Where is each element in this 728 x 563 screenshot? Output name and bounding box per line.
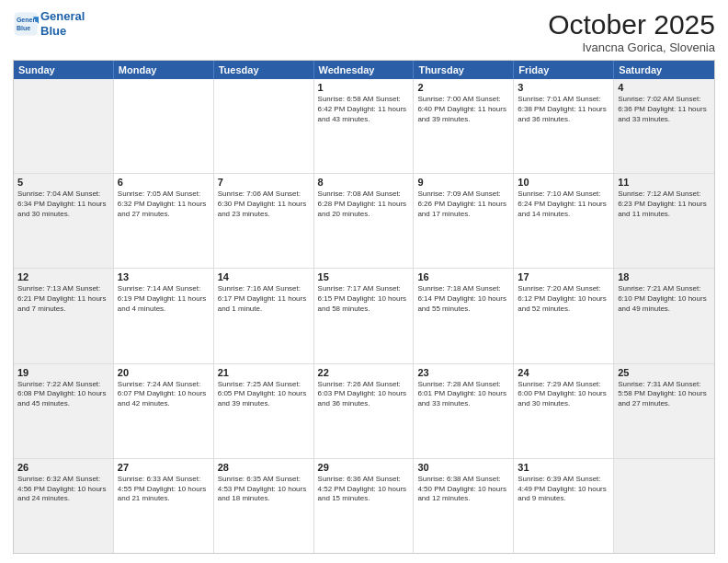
cell-day-number: 20 — [118, 367, 210, 378]
calendar-week-4: 19Sunrise: 7:22 AM Sunset: 6:08 PM Dayli… — [14, 364, 714, 459]
cell-day-number: 17 — [518, 271, 609, 282]
cell-day-number: 7 — [218, 177, 310, 188]
cell-day-number: 27 — [118, 462, 210, 473]
calendar-title: October 2025 — [548, 9, 715, 40]
header-cell-sunday: Sunday — [14, 61, 114, 79]
cell-info: Sunrise: 7:08 AM Sunset: 6:28 PM Dayligh… — [318, 190, 410, 219]
calendar-cell — [14, 79, 114, 173]
calendar-cell: 31Sunrise: 6:39 AM Sunset: 4:49 PM Dayli… — [514, 459, 614, 553]
cell-day-number: 8 — [318, 177, 410, 188]
cell-day-number: 16 — [417, 271, 509, 282]
cell-day-number: 2 — [417, 82, 509, 93]
calendar-cell: 6Sunrise: 7:05 AM Sunset: 6:32 PM Daylig… — [114, 174, 214, 268]
cell-info: Sunrise: 7:31 AM Sunset: 5:58 PM Dayligh… — [618, 380, 711, 409]
cell-day-number: 13 — [118, 271, 210, 282]
header-cell-friday: Friday — [514, 61, 614, 79]
cell-info: Sunrise: 7:00 AM Sunset: 6:40 PM Dayligh… — [417, 95, 509, 124]
calendar-cell: 15Sunrise: 7:17 AM Sunset: 6:15 PM Dayli… — [314, 269, 415, 362]
cell-day-number: 5 — [17, 177, 109, 188]
calendar-cell — [114, 79, 214, 173]
cell-info: Sunrise: 7:20 AM Sunset: 6:12 PM Dayligh… — [518, 284, 609, 314]
cell-info: Sunrise: 7:13 AM Sunset: 6:21 PM Dayligh… — [17, 284, 109, 314]
calendar-cell: 5Sunrise: 7:04 AM Sunset: 6:34 PM Daylig… — [14, 174, 114, 268]
cell-info: Sunrise: 7:17 AM Sunset: 6:15 PM Dayligh… — [318, 284, 410, 314]
calendar-subtitle: Ivancna Gorica, Slovenia — [548, 40, 715, 54]
cell-day-number: 1 — [318, 82, 410, 93]
calendar-cell: 16Sunrise: 7:18 AM Sunset: 6:14 PM Dayli… — [414, 269, 514, 362]
logo-line1: General — [40, 9, 85, 23]
header-cell-monday: Monday — [114, 61, 214, 79]
cell-info: Sunrise: 7:12 AM Sunset: 6:23 PM Dayligh… — [618, 190, 711, 219]
cell-day-number: 3 — [518, 82, 609, 93]
header-cell-thursday: Thursday — [414, 61, 514, 79]
cell-info: Sunrise: 7:14 AM Sunset: 6:19 PM Dayligh… — [118, 284, 210, 314]
logo: General Blue General Blue — [13, 9, 85, 38]
cell-info: Sunrise: 7:26 AM Sunset: 6:03 PM Dayligh… — [318, 380, 410, 409]
cell-info: Sunrise: 6:35 AM Sunset: 4:53 PM Dayligh… — [218, 475, 310, 504]
calendar-cell: 19Sunrise: 7:22 AM Sunset: 6:08 PM Dayli… — [14, 364, 114, 458]
cell-day-number: 15 — [318, 271, 410, 282]
cell-day-number: 9 — [417, 177, 509, 188]
cell-day-number: 25 — [618, 367, 711, 378]
cell-info: Sunrise: 7:22 AM Sunset: 6:08 PM Dayligh… — [17, 380, 109, 409]
calendar-cell — [614, 459, 714, 553]
calendar-cell: 20Sunrise: 7:24 AM Sunset: 6:07 PM Dayli… — [114, 364, 214, 458]
title-block: October 2025 Ivancna Gorica, Slovenia — [548, 9, 715, 54]
calendar-cell: 13Sunrise: 7:14 AM Sunset: 6:19 PM Dayli… — [114, 269, 214, 362]
cell-day-number: 11 — [618, 177, 711, 188]
cell-info: Sunrise: 6:39 AM Sunset: 4:49 PM Dayligh… — [518, 475, 609, 504]
cell-day-number: 22 — [318, 367, 410, 378]
cell-day-number: 28 — [218, 462, 310, 473]
logo-text: General Blue — [40, 9, 85, 38]
cell-day-number: 29 — [318, 462, 410, 473]
cell-info: Sunrise: 7:29 AM Sunset: 6:00 PM Dayligh… — [518, 380, 609, 409]
cell-info: Sunrise: 7:10 AM Sunset: 6:24 PM Dayligh… — [518, 190, 609, 219]
calendar-cell: 9Sunrise: 7:09 AM Sunset: 6:26 PM Daylig… — [414, 174, 514, 268]
calendar-week-1: 1Sunrise: 6:58 AM Sunset: 6:42 PM Daylig… — [14, 79, 714, 174]
calendar-cell: 11Sunrise: 7:12 AM Sunset: 6:23 PM Dayli… — [614, 174, 714, 268]
cell-day-number: 24 — [518, 367, 609, 378]
cell-day-number: 12 — [17, 271, 109, 282]
svg-text:Blue: Blue — [17, 25, 30, 31]
cell-info: Sunrise: 7:06 AM Sunset: 6:30 PM Dayligh… — [218, 190, 310, 219]
calendar-cell: 29Sunrise: 6:36 AM Sunset: 4:52 PM Dayli… — [314, 459, 415, 553]
cell-info: Sunrise: 6:36 AM Sunset: 4:52 PM Dayligh… — [318, 475, 410, 504]
calendar-week-5: 26Sunrise: 6:32 AM Sunset: 4:56 PM Dayli… — [14, 459, 714, 553]
svg-rect-0 — [15, 12, 38, 35]
cell-day-number: 18 — [618, 271, 711, 282]
calendar-cell: 3Sunrise: 7:01 AM Sunset: 6:38 PM Daylig… — [514, 79, 614, 173]
page: General Blue General Blue October 2025 I… — [0, 0, 728, 563]
cell-info: Sunrise: 7:24 AM Sunset: 6:07 PM Dayligh… — [118, 380, 210, 409]
cell-info: Sunrise: 6:33 AM Sunset: 4:55 PM Dayligh… — [118, 475, 210, 504]
calendar-cell: 14Sunrise: 7:16 AM Sunset: 6:17 PM Dayli… — [214, 269, 314, 362]
cell-day-number: 14 — [218, 271, 310, 282]
calendar-cell: 18Sunrise: 7:21 AM Sunset: 6:10 PM Dayli… — [614, 269, 714, 362]
calendar-week-3: 12Sunrise: 7:13 AM Sunset: 6:21 PM Dayli… — [14, 269, 714, 363]
cell-info: Sunrise: 7:28 AM Sunset: 6:01 PM Dayligh… — [417, 380, 509, 409]
cell-info: Sunrise: 7:05 AM Sunset: 6:32 PM Dayligh… — [118, 190, 210, 219]
calendar-cell: 2Sunrise: 7:00 AM Sunset: 6:40 PM Daylig… — [414, 79, 514, 173]
cell-day-number: 21 — [218, 367, 310, 378]
calendar-cell: 26Sunrise: 6:32 AM Sunset: 4:56 PM Dayli… — [14, 459, 114, 553]
cell-day-number: 26 — [17, 462, 109, 473]
calendar-week-2: 5Sunrise: 7:04 AM Sunset: 6:34 PM Daylig… — [14, 174, 714, 269]
calendar-cell: 23Sunrise: 7:28 AM Sunset: 6:01 PM Dayli… — [414, 364, 514, 458]
calendar-cell: 17Sunrise: 7:20 AM Sunset: 6:12 PM Dayli… — [514, 269, 614, 362]
calendar: SundayMondayTuesdayWednesdayThursdayFrid… — [13, 60, 715, 554]
calendar-cell: 24Sunrise: 7:29 AM Sunset: 6:00 PM Dayli… — [514, 364, 614, 458]
calendar-cell: 21Sunrise: 7:25 AM Sunset: 6:05 PM Dayli… — [214, 364, 314, 458]
header-cell-saturday: Saturday — [614, 61, 714, 79]
cell-info: Sunrise: 7:09 AM Sunset: 6:26 PM Dayligh… — [417, 190, 509, 219]
calendar-cell: 8Sunrise: 7:08 AM Sunset: 6:28 PM Daylig… — [314, 174, 415, 268]
header-cell-tuesday: Tuesday — [214, 61, 314, 79]
calendar-cell: 25Sunrise: 7:31 AM Sunset: 5:58 PM Dayli… — [614, 364, 714, 458]
cell-day-number: 19 — [17, 367, 109, 378]
calendar-cell: 22Sunrise: 7:26 AM Sunset: 6:03 PM Dayli… — [314, 364, 415, 458]
logo-icon: General Blue — [13, 11, 39, 37]
cell-info: Sunrise: 7:02 AM Sunset: 6:36 PM Dayligh… — [618, 95, 711, 124]
cell-day-number: 10 — [518, 177, 609, 188]
calendar-body: 1Sunrise: 6:58 AM Sunset: 6:42 PM Daylig… — [14, 79, 714, 553]
cell-info: Sunrise: 7:01 AM Sunset: 6:38 PM Dayligh… — [518, 95, 609, 124]
cell-day-number: 6 — [118, 177, 210, 188]
calendar-cell: 1Sunrise: 6:58 AM Sunset: 6:42 PM Daylig… — [314, 79, 415, 173]
